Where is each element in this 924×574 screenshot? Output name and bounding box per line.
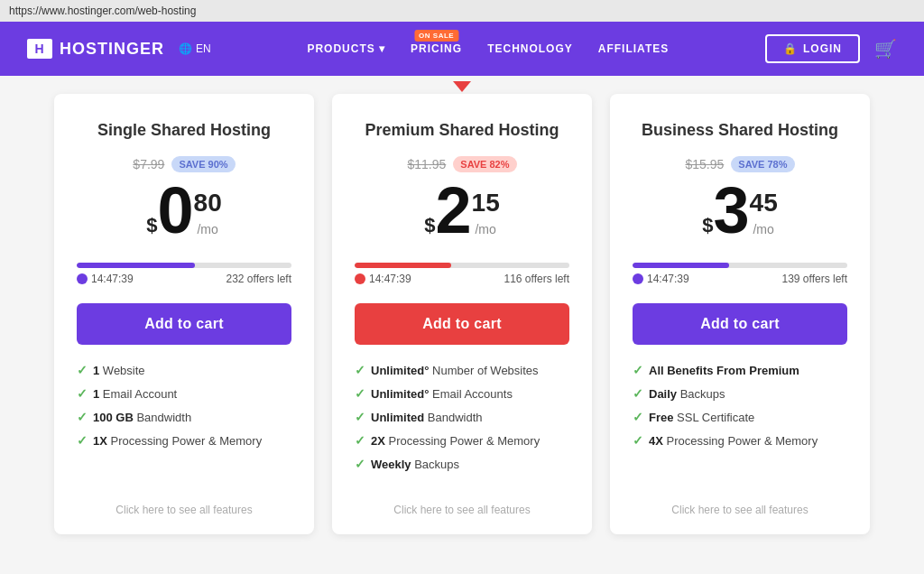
plan-single-decimal-period: 80 /mo <box>194 190 222 243</box>
plan-single-dollar: $ <box>146 216 157 236</box>
plan-single-period: /mo <box>194 223 222 236</box>
plan-single-original-price: $7.99 <box>133 157 164 171</box>
plan-premium-title: Premium Shared Hosting <box>355 121 569 140</box>
cart-icon[interactable]: 🛒 <box>874 38 897 60</box>
plan-single: Single Shared Hosting $7.99 SAVE 90% $ 0… <box>54 94 314 534</box>
plan-business-save-badge: SAVE 78% <box>731 156 794 172</box>
logo-symbol: H <box>34 42 44 56</box>
feature-premium-2: ✓ Unlimited° Email Accounts <box>355 386 569 401</box>
plan-business-decimal: 45 <box>750 190 778 216</box>
plan-premium-timer-row: 14:47:39 116 offers left <box>355 273 569 285</box>
plan-business-dollar: $ <box>702 216 713 236</box>
plan-premium-progress-bg <box>355 263 569 268</box>
check-icon: ✓ <box>77 410 88 424</box>
plan-business-original-row: $15.95 SAVE 78% <box>633 156 847 172</box>
url-text: https://www.hostinger.com/web-hosting <box>9 5 196 17</box>
check-icon: ✓ <box>355 457 365 471</box>
plan-premium-dollar: $ <box>424 216 435 236</box>
plan-single-title: Single Shared Hosting <box>77 121 291 140</box>
plan-premium-timer-text: 14:47:39 <box>369 273 411 285</box>
feature-premium-1: ✓ Unlimited° Number of Websites <box>355 363 569 377</box>
on-sale-badge: ON SALE <box>414 30 458 42</box>
plan-single-timer: 14:47:39 <box>77 273 134 285</box>
check-icon: ✓ <box>355 433 365 448</box>
nav-products[interactable]: PRODUCTS ▾ <box>307 42 385 55</box>
feature-single-3: ✓ 100 GB Bandwidth <box>77 410 291 424</box>
navbar-nav: PRODUCTS ▾ ON SALE PRICING TECHNOLOGY AF… <box>307 42 669 55</box>
check-icon: ✓ <box>355 410 365 424</box>
login-button[interactable]: 🔒 LOGIN <box>765 34 860 63</box>
plan-single-price-section: $7.99 SAVE 90% $ 0 80 /mo <box>77 156 291 243</box>
feature-bold: Daily <box>649 387 677 401</box>
login-label: LOGIN <box>803 42 842 55</box>
plan-premium-progress: 14:47:39 116 offers left <box>355 263 569 285</box>
plan-single-timer-icon <box>77 273 88 284</box>
address-bar: https://www.hostinger.com/web-hosting <box>0 0 924 22</box>
plan-business-timer-text: 14:47:39 <box>647 273 689 285</box>
nav-pricing-label: PRICING <box>411 42 462 55</box>
feature-bold: 2X <box>371 434 385 448</box>
plan-business-progress: 14:47:39 139 offers left <box>633 263 847 285</box>
check-icon: ✓ <box>633 433 643 448</box>
plan-premium-decimal: 15 <box>472 190 500 216</box>
plan-premium-see-all[interactable]: Click here to see all features <box>355 495 569 516</box>
plan-business-features: ✓ All Benefits From Premium ✓ Daily Back… <box>633 363 847 457</box>
plan-single-decimal: 80 <box>194 190 222 216</box>
plan-business-decimal-period: 45 /mo <box>750 190 778 243</box>
plan-premium-add-to-cart[interactable]: Add to cart <box>355 303 569 345</box>
check-icon: ✓ <box>633 410 643 424</box>
plan-single-see-all[interactable]: Click here to see all features <box>77 495 291 516</box>
plan-premium-current-price: $ 2 15 /mo <box>355 178 569 243</box>
plan-business-period: /mo <box>750 223 778 236</box>
feature-bold: All Benefits From Premium <box>649 364 799 377</box>
navbar-right: 🔒 LOGIN 🛒 <box>765 34 897 63</box>
feature-premium-5: ✓ Weekly Backups <box>355 457 569 471</box>
plan-premium-decimal-period: 15 /mo <box>472 190 500 243</box>
plan-business: Business Shared Hosting $15.95 SAVE 78% … <box>610 94 870 534</box>
plan-business-timer-icon <box>633 273 643 284</box>
feature-bold: Unlimited° <box>371 387 429 401</box>
plan-single-save-badge: SAVE 90% <box>171 156 235 172</box>
check-icon: ✓ <box>77 363 88 377</box>
feature-business-2: ✓ Daily Backups <box>633 386 847 401</box>
plan-premium: Premium Shared Hosting $11.95 SAVE 82% $… <box>332 94 592 534</box>
plan-single-add-to-cart[interactable]: Add to cart <box>77 303 291 345</box>
nav-affiliates[interactable]: AFFILIATES <box>598 42 669 55</box>
feature-business-3: ✓ Free SSL Certificate <box>633 410 847 424</box>
plan-premium-offers: 116 offers left <box>504 273 570 285</box>
plan-business-timer-row: 14:47:39 139 offers left <box>633 273 847 285</box>
feature-bold: 1X <box>93 434 107 448</box>
feature-single-1: ✓ 1 Website <box>77 363 291 377</box>
plan-business-timer: 14:47:39 <box>633 273 689 285</box>
logo-text: HOSTINGER <box>60 40 164 59</box>
feature-business-4: ✓ 4X Processing Power & Memory <box>633 433 847 448</box>
feature-bold: Unlimited° <box>371 364 429 377</box>
plan-business-price-section: $15.95 SAVE 78% $ 3 45 /mo <box>633 156 847 243</box>
language-selector[interactable]: 🌐 EN <box>179 42 211 55</box>
lock-icon: 🔒 <box>783 42 798 55</box>
plan-single-current-price: $ 0 80 /mo <box>77 178 291 243</box>
plan-single-main: 0 <box>158 178 194 243</box>
nav-pricing[interactable]: ON SALE PRICING <box>411 42 462 55</box>
logo[interactable]: H HOSTINGER <box>27 39 164 59</box>
feature-bold: Weekly <box>371 458 411 471</box>
check-icon: ✓ <box>633 363 643 377</box>
plan-business-add-to-cart[interactable]: Add to cart <box>633 303 847 345</box>
check-icon: ✓ <box>355 363 365 377</box>
feature-premium-3: ✓ Unlimited Bandwidth <box>355 410 569 424</box>
check-icon: ✓ <box>355 386 365 401</box>
nav-technology-label: TECHNOLOGY <box>487 42 573 55</box>
feature-bold: Unlimited <box>371 411 424 424</box>
plan-single-offers: 232 offers left <box>226 273 292 285</box>
nav-affiliates-label: AFFILIATES <box>598 42 669 55</box>
plan-single-features: ✓ 1 Website ✓ 1 Email Account ✓ 100 GB B… <box>77 363 291 457</box>
navbar-left: H HOSTINGER 🌐 EN <box>27 39 211 59</box>
plan-premium-timer-icon <box>355 273 365 284</box>
feature-bold: 1 <box>93 387 99 401</box>
plan-business-original-price: $15.95 <box>685 157 724 171</box>
feature-premium-4: ✓ 2X Processing Power & Memory <box>355 433 569 448</box>
feature-bold: 100 GB <box>93 411 134 424</box>
check-icon: ✓ <box>77 386 88 401</box>
plan-business-see-all[interactable]: Click here to see all features <box>633 495 847 516</box>
nav-technology[interactable]: TECHNOLOGY <box>487 42 573 55</box>
